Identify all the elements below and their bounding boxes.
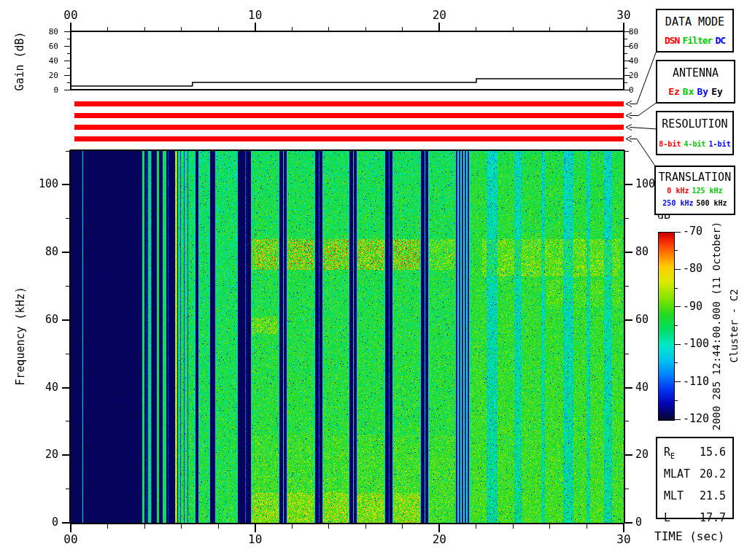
freq-tick-label: 100 (635, 179, 665, 190)
gain-db-tick-label: 20 (31, 71, 58, 79)
status-bar-antenna (74, 113, 624, 118)
gain-time-tick-label: 30 (609, 9, 638, 21)
ephemeris-value: 17.7 (700, 509, 726, 531)
gain-time-tick-label: 00 (56, 9, 85, 21)
spacecraft-label: Cluster - C2 (728, 289, 740, 362)
gain-db-tick-label: 0 (31, 86, 58, 94)
data-mode-option-dsn: DSN (665, 35, 679, 46)
legend-connector (630, 139, 656, 168)
resolution-option-1bit: 1-bit (709, 140, 731, 148)
legend-data-mode: DATA MODE DSNFilterDC (656, 9, 734, 52)
status-bar-resolution (74, 125, 624, 130)
gain-db-tick-label: 60 (629, 42, 657, 50)
gain-db-tick-label: 80 (629, 28, 657, 36)
datetime-label: 2000 285 12:44:00.000 (11 October) (711, 222, 722, 431)
freq-tick-label: 40 (29, 382, 58, 393)
gain-db-tick-label: 80 (31, 28, 58, 36)
legend-data-mode-items: DSNFilterDC (657, 35, 732, 46)
time-tick-label: 20 (425, 534, 454, 545)
spectrogram-heatmap (71, 151, 624, 523)
ephemeris-label: L (664, 509, 670, 531)
time-tick-label: 00 (56, 534, 85, 545)
connector-arrowhead (626, 136, 632, 142)
gain-time-tick-label: 10 (241, 9, 270, 21)
connector-arrowhead (626, 101, 632, 107)
ephemeris-row-mlt: MLT 21.5 (657, 487, 732, 509)
legend-resolution-title: RESOLUTION (657, 117, 732, 131)
ephemeris-value: 21.5 (700, 487, 726, 509)
legend-translation: TRANSLATION 0 kHz125 kHz 250 kHz500 kHz (654, 166, 735, 215)
ephemeris-label: RE (664, 443, 675, 465)
data-mode-option-dc: DC (715, 35, 725, 46)
legend-connector (630, 102, 657, 116)
legend-resolution-items: 8-bit4-bit1-bit (657, 139, 732, 149)
gain-db-tick-label: 40 (629, 57, 657, 65)
gain-db-tick-label: 40 (31, 57, 58, 65)
gain-db-tick-label: 20 (629, 71, 657, 79)
gain-db-tick-label: 0 (629, 86, 657, 94)
legend-antenna-items: EzBxByEy (657, 86, 734, 97)
ephemeris-row-re: RE 15.6 (657, 443, 732, 465)
translation-option-500khz: 500 kHz (697, 199, 727, 207)
colorbar-tick-label: -80 (683, 263, 716, 274)
colorbar-tick-label: -70 (683, 226, 716, 237)
antenna-option-bx: Bx (683, 86, 694, 97)
wbd-spectrogram-display: Gain (dB) Frequency (kHz) dB 2000 285 12… (0, 0, 747, 560)
data-mode-option-filter: Filter (682, 35, 712, 46)
ephemeris-label: MLAT (664, 465, 690, 487)
ephemeris-table: RE 15.6 MLAT 20.2 MLT 21.5 L 17.7 (656, 437, 734, 519)
freq-tick-label: 40 (635, 382, 665, 393)
frequency-axis-title: Frequency (kHz) (14, 287, 27, 385)
ephemeris-value: 15.6 (700, 443, 726, 465)
freq-tick-label: 100 (29, 179, 58, 190)
freq-tick-label: 80 (29, 246, 58, 257)
colorbar-tick-label: -120 (683, 413, 716, 424)
resolution-option-4bit: 4-bit (684, 140, 705, 148)
ephemeris-value: 20.2 (700, 465, 726, 487)
time-tick-label: 10 (241, 534, 270, 545)
freq-tick-label: 20 (29, 449, 58, 460)
legend-antenna-title: ANTENNA (657, 66, 734, 79)
connector-arrowhead (626, 125, 632, 131)
legend-data-mode-title: DATA MODE (657, 15, 732, 28)
freq-tick-label: 80 (635, 246, 665, 257)
translation-option-0khz: 0 kHz (667, 187, 689, 195)
gain-time-tick-label: 20 (425, 9, 454, 21)
legend-antenna: ANTENNA EzBxByEy (656, 60, 735, 104)
translation-option-250khz: 250 kHz (662, 199, 693, 207)
gain-db-tick-label: 60 (31, 42, 58, 50)
translation-option-125khz: 125 kHz (692, 187, 722, 195)
freq-tick-label: 60 (635, 314, 665, 325)
gain-trace (71, 79, 624, 86)
legend-translation-title: TRANSLATION (656, 171, 734, 184)
ephemeris-label: MLT (664, 487, 684, 509)
colorbar-tick-label: -90 (683, 301, 716, 312)
resolution-option-8bit: 8-bit (659, 140, 681, 148)
antenna-option-ez: Ez (668, 86, 680, 97)
colorbar-tick-label: -100 (683, 338, 716, 349)
ephemeris-row-l: L 17.7 (657, 509, 732, 531)
ephemeris-row-mlat: MLAT 20.2 (657, 465, 732, 487)
freq-tick-label: 20 (635, 449, 665, 460)
freq-tick-label: 0 (29, 517, 58, 528)
time-tick-label: 30 (609, 534, 638, 545)
legend-translation-items-row2: 250 kHz500 kHz (656, 198, 734, 209)
colorbar-tick-label: -110 (683, 376, 716, 387)
status-bar-translation (74, 136, 624, 141)
legend-connector (630, 128, 657, 130)
freq-tick-label: 60 (29, 314, 58, 325)
status-bar-data-mode (74, 101, 624, 106)
antenna-option-by: By (697, 86, 709, 97)
freq-tick-label: 0 (635, 517, 665, 528)
legend-translation-items-row1: 0 kHz125 kHz (656, 186, 734, 196)
connector-arrowhead (626, 113, 632, 119)
legend-resolution: RESOLUTION 8-bit4-bit1-bit (656, 111, 734, 155)
antenna-option-ey: Ey (711, 86, 723, 97)
gain-axis-title: Gain (dB) (13, 31, 26, 90)
time-axis-title: TIME (sec) (654, 529, 724, 543)
